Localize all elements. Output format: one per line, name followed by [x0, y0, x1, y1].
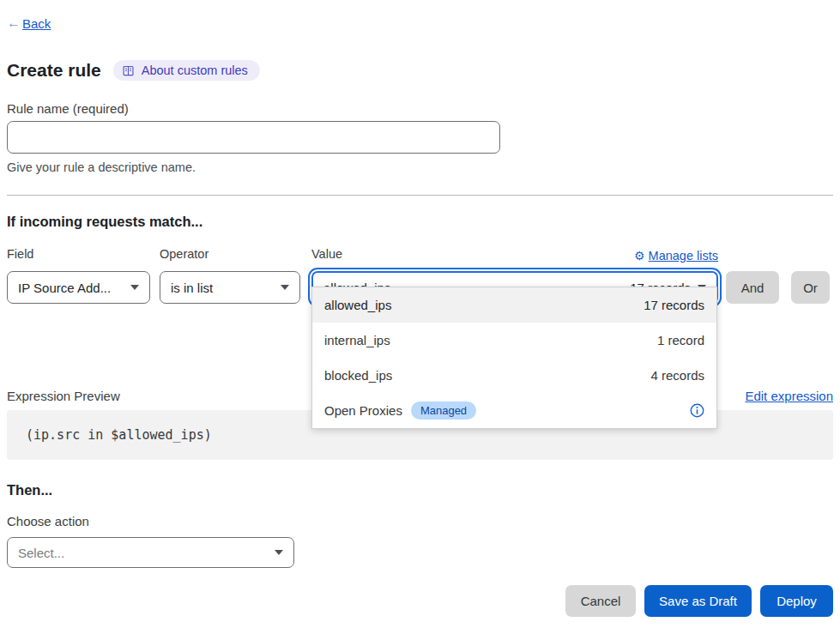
- chevron-down-icon: [130, 285, 139, 290]
- match-heading: If incoming requests match...: [7, 214, 833, 231]
- chevron-down-icon: [275, 550, 283, 555]
- action-select[interactable]: Select...: [7, 537, 294, 568]
- gear-icon: ⚙: [634, 250, 645, 262]
- edit-expression-link[interactable]: Edit expression: [745, 389, 833, 403]
- list-item-count: 17 records: [644, 298, 704, 312]
- field-label: Field: [7, 247, 150, 263]
- section-divider: [7, 195, 833, 196]
- back-arrow-icon: ←: [7, 15, 21, 31]
- list-dropdown-menu: allowed_ips 17 records internal_ips 1 re…: [311, 287, 717, 429]
- page-title: Create rule: [7, 60, 101, 81]
- list-item-name: Open Proxies: [324, 403, 402, 418]
- rule-name-helper: Give your rule a descriptive name.: [7, 160, 833, 176]
- operator-select-value: is in list: [171, 281, 213, 295]
- list-item-name: internal_ips: [324, 333, 390, 347]
- expression-code: (ip.src in $allowed_ips): [26, 427, 212, 443]
- about-custom-rules-link[interactable]: About custom rules: [113, 60, 260, 81]
- managed-badge: Managed: [411, 402, 476, 420]
- save-as-draft-button[interactable]: Save as Draft: [644, 585, 752, 617]
- manage-lists-label: Manage lists: [649, 249, 718, 263]
- chevron-down-icon: [281, 285, 289, 290]
- list-item-allowed-ips[interactable]: allowed_ips 17 records: [312, 287, 716, 323]
- list-item-name: blocked_ips: [324, 368, 392, 383]
- field-select[interactable]: IP Source Add...: [7, 271, 150, 304]
- list-item-open-proxies[interactable]: Open Proxies Managed: [312, 393, 716, 428]
- list-item-count: 1 record: [657, 333, 704, 347]
- operator-label: Operator: [160, 247, 300, 263]
- choose-action-label: Choose action: [7, 514, 833, 530]
- list-item-name: allowed_ips: [324, 298, 391, 312]
- back-link[interactable]: ←Back: [7, 15, 51, 31]
- value-label: Value: [311, 247, 342, 263]
- manage-lists-link[interactable]: ⚙ Manage lists: [634, 249, 718, 263]
- list-item-blocked-ips[interactable]: blocked_ips 4 records: [312, 358, 716, 393]
- cancel-button[interactable]: Cancel: [565, 585, 636, 617]
- list-item-internal-ips[interactable]: internal_ips 1 record: [312, 323, 716, 358]
- back-label: Back: [22, 16, 51, 31]
- expression-preview-label: Expression Preview: [7, 389, 120, 403]
- info-icon[interactable]: [690, 403, 704, 418]
- create-rule-page: ←Back Create rule About custom rules Rul…: [0, 0, 840, 617]
- rule-name-input[interactable]: [7, 121, 500, 154]
- then-heading: Then...: [7, 482, 833, 500]
- about-custom-rules-label: About custom rules: [142, 63, 248, 77]
- operator-select[interactable]: is in list: [160, 271, 300, 304]
- and-button[interactable]: And: [726, 271, 779, 304]
- deploy-button[interactable]: Deploy: [760, 585, 833, 617]
- book-icon: [122, 64, 135, 77]
- or-button[interactable]: Or: [791, 271, 830, 304]
- rule-name-label: Rule name (required): [7, 101, 833, 116]
- action-select-placeholder: Select...: [18, 546, 64, 560]
- list-item-count: 4 records: [650, 368, 704, 383]
- field-select-value: IP Source Add...: [18, 281, 111, 295]
